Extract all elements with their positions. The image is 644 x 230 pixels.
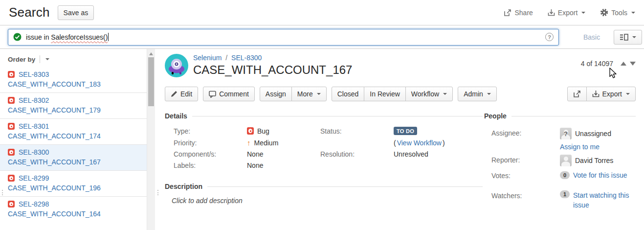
tools-menu-button[interactable]: Tools bbox=[600, 8, 635, 17]
list-item[interactable]: SEL-8299 CASE_WITH_ACCOUNT_196 bbox=[0, 170, 147, 196]
list-item[interactable]: SEL-8301 CASE_WITH_ACCOUNT_174 bbox=[0, 118, 147, 144]
issue-summary-link[interactable]: CASE_WITH_ACCOUNT_174 bbox=[8, 132, 101, 140]
order-by-label: Order by bbox=[8, 56, 35, 63]
add-description-placeholder[interactable]: Click to add description bbox=[172, 197, 483, 205]
vote-for-issue-link[interactable]: Vote for this issue bbox=[573, 171, 627, 179]
issue-key-link[interactable]: SEL-8298 bbox=[19, 200, 49, 208]
comment-icon bbox=[209, 91, 216, 98]
issue-key-link[interactable]: SEL-8303 bbox=[19, 70, 49, 78]
admin-menu-button[interactable]: Admin bbox=[458, 87, 497, 101]
votes-value: 0 Vote for this issue bbox=[560, 170, 636, 180]
left-edge-drag-grip[interactable] bbox=[0, 190, 4, 195]
text-cursor bbox=[108, 33, 109, 41]
sidebar-scrollbar[interactable] bbox=[147, 49, 155, 230]
list-item[interactable]: SEL-8298 CASE_WITH_ACCOUNT_164 bbox=[0, 196, 147, 222]
priority-value: ↑Medium bbox=[247, 138, 320, 147]
caret-down-icon bbox=[443, 93, 447, 95]
search-bar-row: issue in SalesforceIssues() ? Basic bbox=[0, 25, 644, 49]
issue-key-link[interactable]: SEL-8302 bbox=[19, 96, 49, 104]
view-workflow-link[interactable]: View Workflow bbox=[397, 139, 442, 147]
resolution-value: Unresolved bbox=[394, 150, 483, 158]
resolution-label: Resolution: bbox=[320, 150, 394, 158]
bug-icon bbox=[8, 149, 15, 156]
page-header: Search Save as Share Export Tools bbox=[0, 0, 644, 25]
issue-detail-panel: Selenium / SEL-8300 CASE_WITH_ACCOUNT_16… bbox=[155, 49, 644, 230]
question-glyph: ? bbox=[560, 128, 572, 139]
list-item[interactable]: SEL-8303 CASE_WITH_ACCOUNT_183 bbox=[0, 67, 147, 92]
reporter-value: David Torres bbox=[560, 155, 636, 166]
query-text: issue in SalesforceIssues() bbox=[26, 33, 108, 41]
status-label: Status: bbox=[320, 127, 394, 135]
description-section: Description Click to add description bbox=[165, 183, 483, 205]
issue-key-link[interactable]: SEL-8301 bbox=[19, 122, 49, 130]
results-pagination: 4 of 14097 bbox=[581, 60, 636, 68]
workflow-menu-button[interactable]: Workflow bbox=[405, 87, 453, 101]
details-column: Details Type: Bug Status: TO DO Priority… bbox=[165, 112, 483, 210]
status-badge: TO DO bbox=[394, 127, 417, 135]
download-icon bbox=[592, 90, 600, 98]
breadcrumb-issue-key-link[interactable]: SEL-8300 bbox=[231, 54, 262, 62]
previous-issue-button[interactable] bbox=[621, 62, 626, 66]
export-issue-button[interactable]: Export bbox=[586, 87, 636, 101]
breadcrumb-separator: / bbox=[225, 54, 227, 62]
share-issue-button[interactable] bbox=[567, 87, 587, 101]
issue-header: Selenium / SEL-8300 CASE_WITH_ACCOUNT_16… bbox=[165, 53, 636, 77]
assignee-name: Unassigned bbox=[575, 130, 611, 138]
caret-down-icon bbox=[631, 12, 635, 14]
breadcrumb: Selenium / SEL-8300 bbox=[193, 54, 352, 62]
scrollbar-thumb[interactable] bbox=[148, 57, 154, 106]
assign-to-me-link[interactable]: Assign to me bbox=[560, 143, 600, 151]
caret-down-icon bbox=[581, 12, 585, 14]
assign-button[interactable]: Assign bbox=[260, 87, 292, 101]
people-heading: People bbox=[484, 112, 507, 120]
scrollbar-up-arrow[interactable] bbox=[149, 52, 153, 55]
assign-button-group: Assign More bbox=[260, 87, 327, 101]
issue-content: Details Type: Bug Status: TO DO Priority… bbox=[165, 112, 636, 210]
panel-divider-drag-grip[interactable] bbox=[156, 190, 159, 195]
share-button[interactable]: Share bbox=[504, 9, 533, 17]
basic-mode-link[interactable]: Basic bbox=[583, 33, 600, 41]
paren: ) bbox=[443, 139, 445, 147]
next-issue-button[interactable] bbox=[630, 62, 636, 66]
syntax-help-icon[interactable]: ? bbox=[545, 33, 554, 41]
type-text: Bug bbox=[257, 127, 269, 135]
share-icon bbox=[504, 9, 511, 17]
export-menu-button[interactable]: Export bbox=[548, 9, 585, 17]
caret-down-icon bbox=[317, 93, 321, 95]
issue-summary-link[interactable]: CASE_WITH_ACCOUNT_167 bbox=[8, 158, 101, 166]
issue-summary-link[interactable]: CASE_WITH_ACCOUNT_196 bbox=[8, 184, 101, 192]
closed-transition-button[interactable]: Closed bbox=[332, 87, 365, 101]
order-by-dropdown[interactable]: Order by bbox=[0, 49, 147, 67]
bug-icon bbox=[8, 71, 15, 78]
status-value: TO DO bbox=[394, 127, 483, 135]
jql-search-input[interactable]: issue in SalesforceIssues() ? bbox=[8, 29, 559, 46]
edit-button[interactable]: Edit bbox=[165, 87, 198, 101]
list-item-selected[interactable]: SEL-8300 CASE_WITH_ACCOUNT_167 bbox=[0, 144, 147, 170]
issue-summary-link[interactable]: CASE_WITH_ACCOUNT_179 bbox=[8, 106, 101, 114]
breadcrumb-project-link[interactable]: Selenium bbox=[193, 54, 222, 62]
description-section-header: Description bbox=[165, 183, 483, 190]
share-label: Share bbox=[514, 9, 533, 17]
save-as-button[interactable]: Save as bbox=[58, 5, 94, 20]
issue-key-link[interactable]: SEL-8299 bbox=[19, 174, 49, 182]
assignee-label: Assignee: bbox=[491, 128, 560, 151]
watchers-count-badge: 1 bbox=[560, 190, 570, 198]
issue-summary-link[interactable]: CASE_WITH_ACCOUNT_164 bbox=[8, 210, 101, 218]
issue-summary-link[interactable]: CASE_WITH_ACCOUNT_183 bbox=[8, 80, 101, 88]
search-results-sidebar: Order by SEL-8303 CASE_WITH_ACCOUNT_183 … bbox=[0, 49, 147, 230]
comment-button[interactable]: Comment bbox=[203, 87, 255, 101]
in-review-transition-button[interactable]: In Review bbox=[364, 87, 405, 101]
workflow-button-group: Closed In Review Workflow bbox=[332, 87, 453, 101]
pagination-count: 4 of 14097 bbox=[581, 60, 613, 68]
start-watching-link[interactable]: Start watching this issue bbox=[573, 190, 636, 210]
issue-key-link[interactable]: SEL-8300 bbox=[19, 148, 49, 156]
list-item[interactable]: SEL-8302 CASE_WITH_ACCOUNT_179 bbox=[0, 92, 147, 118]
divider bbox=[511, 116, 636, 116]
layout-switcher-button[interactable] bbox=[614, 30, 642, 45]
votes-label: Votes: bbox=[491, 170, 560, 180]
view-workflow: (View Workflow) bbox=[394, 139, 483, 147]
more-menu-button[interactable]: More bbox=[291, 87, 327, 101]
caret-down-icon bbox=[626, 93, 630, 95]
export-button-group: Export bbox=[567, 87, 636, 101]
divider bbox=[192, 116, 483, 116]
